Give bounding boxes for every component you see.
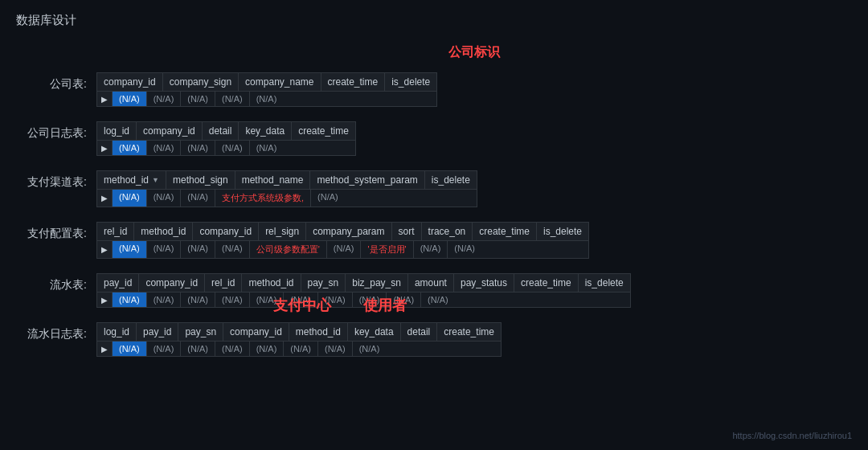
cell-3: (N/A)	[215, 292, 250, 307]
col-header-create_time: create_time	[473, 223, 537, 240]
cell-2: (N/A)	[181, 342, 215, 356]
flow-table-grid: pay_idcompany_idrel_idmethod_idpay_snbiz…	[96, 273, 631, 308]
page-title: 数据库设计	[16, 13, 852, 28]
col-header-log_id: log_id	[97, 122, 137, 140]
cell-6: (N/A)	[318, 342, 353, 356]
col-header-biz_pay_sn: biz_pay_sn	[346, 274, 408, 292]
company-sign-title: 公司标识	[96, 44, 852, 61]
col-header-company_name: company_name	[239, 73, 321, 91]
col-header-create_time: create_time	[514, 274, 579, 292]
watermark: https://blog.csdn.net/liuzhirou1	[732, 431, 852, 440]
cell-4: (N/A)	[250, 141, 284, 155]
col-header-is_delete: is_delete	[537, 223, 588, 240]
pay-config-table: 支付配置表:rel_idmethod_idcompany_idrel_signc…	[16, 222, 852, 259]
col-header-method_id: method_id	[242, 274, 301, 292]
cell-6: '是否启用'	[361, 241, 413, 258]
col-header-sort: sort	[392, 223, 422, 240]
flow-table-label: 流水表:	[16, 273, 96, 292]
cell-7: (N/A)	[353, 292, 387, 307]
col-header-detail: detail	[203, 122, 240, 140]
col-header-create_time: create_time	[292, 122, 355, 140]
cell-2: (N/A)	[181, 92, 215, 106]
cell-4: (N/A)	[311, 190, 345, 207]
col-header-method_id: method_id	[289, 323, 348, 341]
col-header-trace_on: trace_on	[422, 223, 473, 240]
flow-log-table-label: 流水日志表:	[16, 322, 96, 342]
cell-0: (N/A)	[113, 141, 147, 155]
col-header-method_id: method_id ▼	[97, 171, 166, 189]
col-header-key_data: key_data	[239, 122, 292, 140]
cell-4: 公司级参数配置'	[250, 241, 327, 258]
table-row: ▶(N/A)(N/A)(N/A)(N/A)(N/A)	[97, 141, 355, 155]
col-header-company_sign: company_sign	[163, 73, 239, 91]
col-header-amount: amount	[408, 274, 454, 292]
cell-3: (N/A)	[215, 342, 250, 356]
col-header-detail: detail	[401, 323, 438, 341]
col-header-company_id: company_id	[137, 122, 203, 140]
row-expand-icon[interactable]: ▶	[97, 190, 113, 207]
col-header-method_sign: method_sign	[166, 171, 235, 189]
cell-3: (N/A)	[215, 241, 250, 258]
col-header-company_id: company_id	[223, 323, 289, 341]
col-header-pay_id: pay_id	[97, 274, 139, 292]
cell-4: (N/A)	[250, 292, 285, 307]
company-log-table: 公司日志表:log_idcompany_iddetailkey_datacrea…	[16, 121, 852, 156]
col-header-method_system_param: method_system_param	[310, 171, 424, 189]
col-header-pay_id: pay_id	[137, 323, 178, 341]
cell-2: (N/A)	[181, 241, 215, 258]
cell-2: (N/A)	[181, 190, 215, 207]
col-header-rel_id: rel_id	[205, 274, 242, 292]
cell-0: (N/A)	[113, 241, 147, 258]
cell-4: (N/A)	[250, 92, 284, 106]
pay-channel-table: 支付渠道表:method_id ▼method_signmethod_namem…	[16, 170, 852, 207]
company-log-table-grid: log_idcompany_iddetailkey_datacreate_tim…	[96, 121, 356, 156]
col-header-key_data: key_data	[348, 323, 401, 341]
col-header-log_id: log_id	[97, 323, 137, 341]
cell-1: (N/A)	[147, 190, 182, 207]
company-table-label: 公司表:	[16, 72, 96, 92]
col-header-company_id: company_id	[193, 223, 259, 240]
cell-2: (N/A)	[181, 292, 215, 307]
col-header-company_id: company_id	[139, 274, 205, 292]
col-header-create_time: create_time	[437, 323, 501, 341]
cell-8: (N/A)	[387, 292, 421, 307]
row-expand-icon[interactable]: ▶	[97, 92, 113, 106]
cell-5: (N/A)	[284, 292, 318, 307]
cell-0: (N/A)	[113, 342, 147, 356]
cell-6: (N/A)	[318, 292, 353, 307]
col-header-company_id: company_id	[97, 73, 163, 91]
cell-1: (N/A)	[147, 141, 182, 155]
pay-config-table-label: 支付配置表:	[16, 222, 96, 241]
col-header-is_delete: is_delete	[579, 274, 630, 292]
table-row: ▶(N/A)(N/A)(N/A)支付方式系统级参数,(N/A)	[97, 190, 477, 207]
row-expand-icon[interactable]: ▶	[97, 141, 113, 155]
cell-7: (N/A)	[353, 342, 387, 356]
col-header-company_param: company_param	[306, 223, 391, 240]
dropdown-arrow-icon[interactable]: ▼	[152, 176, 159, 184]
cell-1: (N/A)	[147, 241, 182, 258]
pay-config-table-grid: rel_idmethod_idcompany_idrel_signcompany…	[96, 222, 589, 259]
cell-3: 支付方式系统级参数,	[215, 190, 311, 207]
col-header-rel_sign: rel_sign	[259, 223, 306, 240]
flow-log-table: 流水日志表:log_idpay_idpay_sncompany_idmethod…	[16, 322, 852, 357]
col-header-pay_sn: pay_sn	[301, 274, 346, 292]
col-header-method_name: method_name	[235, 171, 311, 189]
col-header-rel_id: rel_id	[97, 223, 134, 240]
cell-5: (N/A)	[327, 241, 362, 258]
cell-1: (N/A)	[147, 92, 182, 106]
flow-table: 流水表:pay_idcompany_idrel_idmethod_idpay_s…	[16, 273, 852, 308]
col-header-method_id: method_id	[134, 223, 193, 240]
col-header-pay_status: pay_status	[454, 274, 514, 292]
cell-1: (N/A)	[147, 342, 182, 356]
row-expand-icon[interactable]: ▶	[97, 241, 113, 258]
cell-3: (N/A)	[215, 141, 250, 155]
cell-0: (N/A)	[113, 190, 147, 207]
flow-log-table-grid: log_idpay_idpay_sncompany_idmethod_idkey…	[96, 322, 502, 357]
row-expand-icon[interactable]: ▶	[97, 342, 113, 356]
cell-9: (N/A)	[421, 292, 455, 307]
col-header-create_time: create_time	[321, 73, 386, 91]
company-table-grid: company_idcompany_signcompany_namecreate…	[96, 72, 437, 107]
row-expand-icon[interactable]: ▶	[97, 292, 113, 307]
col-header-pay_sn: pay_sn	[178, 323, 223, 341]
cell-0: (N/A)	[113, 92, 147, 106]
